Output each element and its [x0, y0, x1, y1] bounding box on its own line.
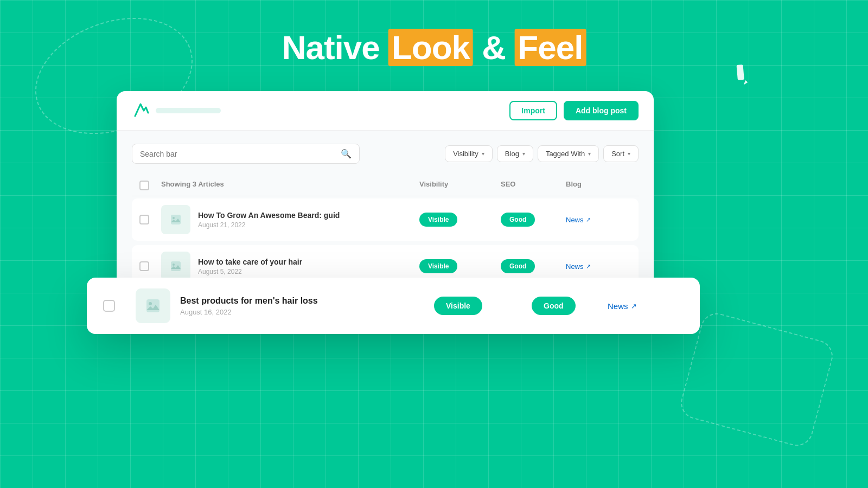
svg-point-5: [173, 264, 175, 266]
floating-article-info: Best products for men's hair loss August…: [136, 288, 434, 323]
article-info: How to take care of your hair August 5, …: [161, 252, 419, 281]
svg-point-3: [173, 217, 175, 219]
floating-text: Best products for men's hair loss August…: [180, 296, 318, 316]
card-logo: [132, 102, 221, 119]
select-all-checkbox[interactable]: [139, 180, 161, 190]
search-input[interactable]: [140, 150, 336, 158]
col-visibility: Visibility: [419, 180, 501, 190]
blog-link[interactable]: News ↗: [566, 262, 631, 271]
svg-rect-4: [171, 261, 181, 271]
headline-part2: &: [473, 29, 514, 66]
table-header: Showing 3 Articles Visibility SEO Blog: [132, 175, 639, 196]
deco-circle-2: [677, 310, 836, 450]
chevron-down-icon: ▾: [522, 151, 525, 157]
visibility-badge: Visible: [419, 259, 501, 273]
search-bar[interactable]: 🔍: [132, 144, 360, 164]
floating-article-date: August 16, 2022: [180, 308, 318, 316]
floating-checkbox[interactable]: [103, 300, 136, 312]
table-row: How To Grow An Awesome Beard: guid Augus…: [132, 198, 639, 241]
headline-part1: Native: [282, 29, 388, 66]
chevron-down-icon: ▾: [628, 151, 630, 157]
filters: Visibility ▾ Blog ▾ Tagged With ▾ Sort ▾: [445, 145, 639, 162]
logo-icon: [132, 102, 149, 119]
svg-marker-1: [743, 80, 748, 85]
chevron-down-icon: ▾: [482, 151, 484, 157]
chevron-down-icon: ▾: [588, 151, 591, 157]
svg-rect-2: [171, 215, 181, 224]
floating-article-card: Best products for men's hair loss August…: [87, 278, 700, 334]
search-icon: 🔍: [341, 149, 352, 159]
add-blog-post-button[interactable]: Add blog post: [564, 101, 639, 120]
article-date: August 21, 2022: [198, 221, 340, 229]
main-card: Import Add blog post 🔍 Visibility ▾ Blog…: [117, 91, 654, 305]
col-seo: SEO: [501, 180, 566, 190]
article-thumbnail: [161, 252, 190, 281]
floating-row: Best products for men's hair loss August…: [87, 278, 700, 334]
floating-visibility-badge: Visible: [434, 297, 532, 315]
svg-point-7: [149, 302, 152, 305]
visibility-filter-button[interactable]: Visibility ▾: [445, 145, 493, 162]
pen-decoration-icon: [732, 56, 764, 91]
headline-highlight1: Look: [388, 29, 473, 66]
import-button[interactable]: Import: [509, 101, 557, 120]
col-blog: Blog: [566, 180, 631, 190]
headline-highlight2: Feel: [514, 29, 586, 66]
external-link-icon: ↗: [586, 216, 591, 223]
row-checkbox[interactable]: [139, 261, 161, 271]
external-link-icon: ↗: [586, 263, 591, 270]
article-title: How to take care of your hair: [198, 258, 302, 266]
article-thumbnail: [161, 205, 190, 234]
visibility-badge: Visible: [419, 213, 501, 227]
toolbar: 🔍 Visibility ▾ Blog ▾ Tagged With ▾ Sort…: [132, 144, 639, 164]
article-title: How To Grow An Awesome Beard: guid: [198, 211, 340, 220]
article-text: How To Grow An Awesome Beard: guid Augus…: [198, 211, 340, 229]
floating-seo-badge: Good: [532, 297, 608, 315]
seo-badge: Good: [501, 259, 566, 273]
floating-news-link[interactable]: News ↗: [608, 301, 684, 311]
external-link-icon: ↗: [631, 302, 637, 310]
header-buttons: Import Add blog post: [509, 101, 639, 120]
floating-blog-link[interactable]: News ↗: [608, 301, 684, 311]
svg-rect-0: [736, 65, 744, 80]
headline: Native Look & Feel: [282, 28, 586, 67]
article-info: How To Grow An Awesome Beard: guid Augus…: [161, 205, 419, 234]
seo-badge: Good: [501, 213, 566, 227]
sort-button[interactable]: Sort ▾: [603, 145, 639, 162]
card-header: Import Add blog post: [117, 91, 654, 131]
floating-article-title: Best products for men's hair loss: [180, 296, 318, 306]
showing-count: Showing 3 Articles: [161, 180, 419, 190]
news-link[interactable]: News ↗: [566, 262, 631, 271]
blog-link[interactable]: News ↗: [566, 216, 631, 224]
news-link[interactable]: News ↗: [566, 216, 631, 224]
article-date: August 5, 2022: [198, 268, 302, 275]
row-checkbox[interactable]: [139, 215, 161, 224]
tagged-with-filter-button[interactable]: Tagged With ▾: [538, 145, 599, 162]
logo-bar: [156, 108, 221, 113]
floating-thumbnail: [136, 288, 170, 323]
article-text: How to take care of your hair August 5, …: [198, 258, 302, 275]
blog-filter-button[interactable]: Blog ▾: [497, 145, 533, 162]
svg-rect-6: [146, 299, 159, 312]
